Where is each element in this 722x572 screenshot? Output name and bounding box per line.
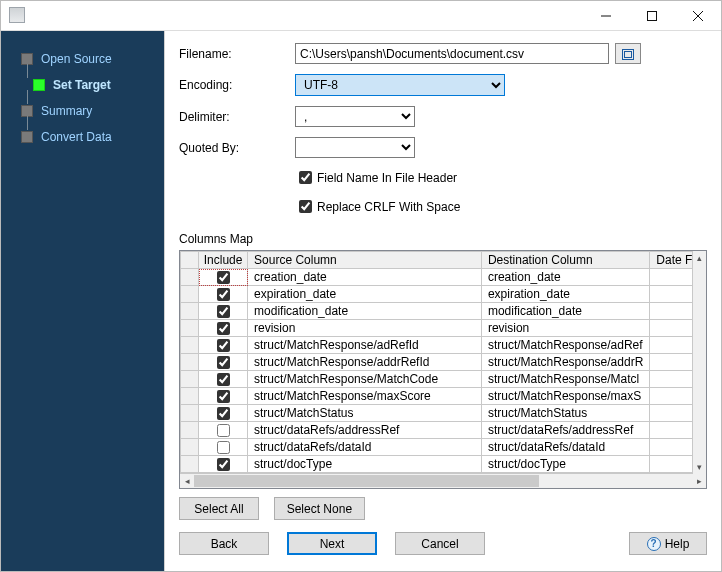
sidebar-item-convert-data[interactable]: Convert Data <box>1 124 164 150</box>
window-controls <box>583 1 721 31</box>
horizontal-scrollbar[interactable]: ◂ ▸ <box>180 473 706 488</box>
minimize-icon <box>601 11 611 21</box>
maximize-icon <box>647 11 657 21</box>
include-checkbox[interactable] <box>217 407 230 420</box>
sidebar-item-label: Convert Data <box>41 130 112 144</box>
source-column-cell[interactable]: struct/dataRefs/addressRef <box>248 422 482 439</box>
back-button[interactable]: Back <box>179 532 269 555</box>
destination-column-cell[interactable]: revision <box>481 320 649 337</box>
sidebar-item-label: Set Target <box>53 78 111 92</box>
table-row[interactable]: creation_datecreation_date <box>181 269 706 286</box>
include-header[interactable]: Include <box>199 252 248 269</box>
quoted-by-select[interactable] <box>295 137 415 158</box>
row-header <box>181 286 199 303</box>
include-checkbox[interactable] <box>217 356 230 369</box>
filename-input[interactable] <box>295 43 609 64</box>
select-none-button[interactable]: Select None <box>274 497 365 520</box>
columns-map-label: Columns Map <box>179 232 707 246</box>
sidebar-item-label: Open Source <box>41 52 112 66</box>
table-row[interactable]: struct/MatchStatusstruct/MatchStatus <box>181 405 706 422</box>
scroll-thumb[interactable] <box>194 475 539 487</box>
next-button[interactable]: Next <box>287 532 377 555</box>
sidebar-item-set-target[interactable]: Set Target <box>1 72 164 98</box>
table-row[interactable]: struct/MatchResponse/maxScorestruct/Matc… <box>181 388 706 405</box>
replace-crlf-label: Replace CRLF With Space <box>317 200 460 214</box>
source-column-cell[interactable]: struct/MatchResponse/MatchCode <box>248 371 482 388</box>
table-row[interactable]: modification_datemodification_date <box>181 303 706 320</box>
table-row[interactable]: struct/MatchResponse/adRefIdstruct/Match… <box>181 337 706 354</box>
destination-column-cell[interactable]: struct/MatchResponse/maxS <box>481 388 649 405</box>
row-header <box>181 405 199 422</box>
row-header <box>181 456 199 473</box>
quoted-by-label: Quoted By: <box>179 141 295 155</box>
destination-column-cell[interactable]: struct/MatchResponse/addrR <box>481 354 649 371</box>
include-checkbox[interactable] <box>217 339 230 352</box>
destination-column-cell[interactable]: struct/docType <box>481 456 649 473</box>
destination-column-cell[interactable]: creation_date <box>481 269 649 286</box>
select-all-button[interactable]: Select All <box>179 497 259 520</box>
sidebar-item-open-source[interactable]: Open Source <box>1 46 164 72</box>
minimize-button[interactable] <box>583 1 629 31</box>
include-checkbox[interactable] <box>217 458 230 471</box>
destination-column-cell[interactable]: expiration_date <box>481 286 649 303</box>
columns-map-table: Include Source Column Destination Column… <box>179 250 707 489</box>
delimiter-label: Delimiter: <box>179 110 295 124</box>
cancel-button[interactable]: Cancel <box>395 532 485 555</box>
source-column-cell[interactable]: struct/MatchStatus <box>248 405 482 422</box>
sidebar-item-summary[interactable]: Summary <box>1 98 164 124</box>
include-checkbox[interactable] <box>217 441 230 454</box>
scroll-right-arrow-icon[interactable]: ▸ <box>692 474 706 488</box>
source-column-cell[interactable]: struct/MatchResponse/maxScore <box>248 388 482 405</box>
include-checkbox[interactable] <box>217 288 230 301</box>
include-checkbox[interactable] <box>217 305 230 318</box>
table-row[interactable]: struct/dataRefs/dataIdstruct/dataRefs/da… <box>181 439 706 456</box>
step-indicator-icon <box>21 131 33 143</box>
app-icon <box>9 7 25 23</box>
scroll-left-arrow-icon[interactable]: ◂ <box>180 474 194 488</box>
table-row[interactable]: revisionrevision <box>181 320 706 337</box>
table-row[interactable]: expiration_dateexpiration_date <box>181 286 706 303</box>
source-column-cell[interactable]: modification_date <box>248 303 482 320</box>
table-row[interactable]: struct/dataRefs/addressRefstruct/dataRef… <box>181 422 706 439</box>
destination-column-cell[interactable]: struct/MatchStatus <box>481 405 649 422</box>
include-checkbox[interactable] <box>217 373 230 386</box>
destination-column-cell[interactable]: struct/dataRefs/dataId <box>481 439 649 456</box>
maximize-button[interactable] <box>629 1 675 31</box>
source-column-cell[interactable]: struct/MatchResponse/adRefId <box>248 337 482 354</box>
include-checkbox[interactable] <box>217 322 230 335</box>
delimiter-select[interactable]: , <box>295 106 415 127</box>
include-checkbox[interactable] <box>217 271 230 284</box>
browse-file-button[interactable] <box>615 43 641 64</box>
close-button[interactable] <box>675 1 721 31</box>
table-row[interactable]: struct/docTypestruct/docType <box>181 456 706 473</box>
scroll-down-arrow-icon[interactable]: ▾ <box>693 460 706 474</box>
source-column-cell[interactable]: expiration_date <box>248 286 482 303</box>
source-column-cell[interactable]: revision <box>248 320 482 337</box>
row-header <box>181 439 199 456</box>
svg-rect-5 <box>625 51 632 57</box>
encoding-select[interactable]: UTF-8 <box>295 74 505 96</box>
destination-column-cell[interactable]: struct/MatchResponse/adRef <box>481 337 649 354</box>
replace-crlf-checkbox[interactable] <box>299 200 312 213</box>
table-row[interactable]: struct/MatchResponse/addrRefIdstruct/Mat… <box>181 354 706 371</box>
include-checkbox[interactable] <box>217 424 230 437</box>
include-checkbox[interactable] <box>217 390 230 403</box>
source-column-cell[interactable]: struct/MatchResponse/addrRefId <box>248 354 482 371</box>
svg-rect-1 <box>648 12 657 21</box>
help-button[interactable]: ? Help <box>629 532 707 555</box>
scroll-up-arrow-icon[interactable]: ▴ <box>693 251 706 265</box>
destination-column-cell[interactable]: struct/MatchResponse/Matcl <box>481 371 649 388</box>
field-header-checkbox[interactable] <box>299 171 312 184</box>
row-header <box>181 371 199 388</box>
source-column-cell[interactable]: creation_date <box>248 269 482 286</box>
step-indicator-icon <box>33 79 45 91</box>
source-column-header[interactable]: Source Column <box>248 252 482 269</box>
vertical-scrollbar[interactable]: ▴ ▾ <box>692 251 706 474</box>
table-row[interactable]: struct/MatchResponse/MatchCodestruct/Mat… <box>181 371 706 388</box>
destination-column-cell[interactable]: struct/dataRefs/addressRef <box>481 422 649 439</box>
source-column-cell[interactable]: struct/docType <box>248 456 482 473</box>
source-column-cell[interactable]: struct/dataRefs/dataId <box>248 439 482 456</box>
row-header <box>181 388 199 405</box>
destination-column-cell[interactable]: modification_date <box>481 303 649 320</box>
destination-column-header[interactable]: Destination Column <box>481 252 649 269</box>
